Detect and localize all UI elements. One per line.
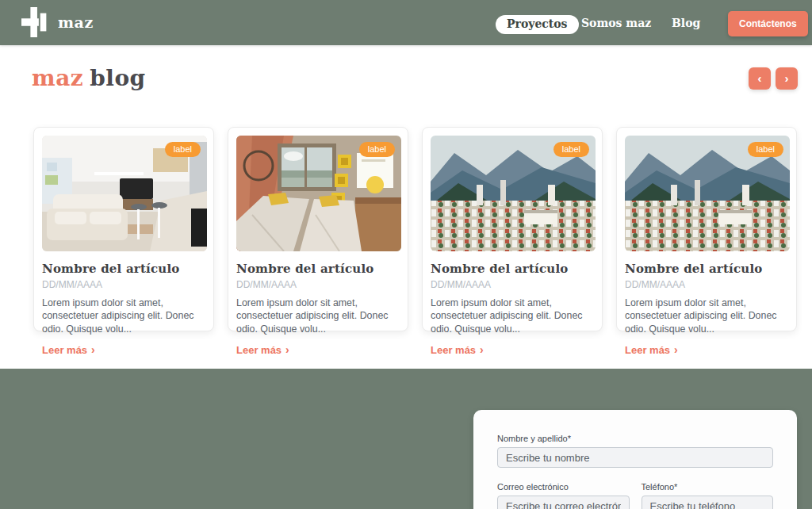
chevron-left-icon: ‹ (758, 71, 762, 85)
article-date: DD/MM/AAAA (42, 279, 205, 290)
article-title: Nombre del artículo (42, 262, 205, 276)
label-badge: label (748, 142, 783, 157)
phone-field-label: Teléfono* (642, 482, 774, 492)
chevron-right-icon: › (285, 343, 289, 356)
article-title: Nombre del artículo (625, 262, 788, 276)
blog-card[interactable]: label Nombre del artículo DD/MM/AAAA Lor… (33, 127, 214, 331)
email-field-label: Correo electrónico (497, 482, 630, 492)
read-more-link[interactable]: Leer más› (431, 343, 484, 356)
article-date: DD/MM/AAAA (236, 279, 400, 290)
city-aerial-photo: label (431, 136, 596, 251)
contact-button[interactable]: Contáctenos (728, 11, 808, 36)
article-excerpt: Lorem ipsum dolor sit amet, consectetuer… (236, 297, 400, 335)
nav-item-blog[interactable]: Blog (672, 17, 700, 29)
page-title-accent: maz (32, 65, 83, 91)
read-more-label: Leer más (236, 344, 282, 356)
maz-logo[interactable]: maz (21, 7, 94, 37)
phone-input[interactable] (642, 496, 774, 509)
read-more-label: Leer más (431, 344, 476, 356)
page-title: mazblog (32, 65, 146, 91)
chevron-right-icon: › (674, 343, 678, 356)
carousel-prev-button[interactable]: ‹ (749, 67, 771, 90)
blog-card[interactable]: label Nombre del artículo DD/MM/AAAA Lor… (616, 127, 797, 331)
chevron-right-icon: › (785, 71, 789, 85)
nav-item-proyectos[interactable]: Proyectos (496, 15, 579, 34)
article-excerpt: Lorem ipsum dolor sit amet, consectetuer… (625, 297, 788, 335)
chevron-right-icon: › (91, 343, 95, 356)
article-date: DD/MM/AAAA (431, 279, 594, 290)
contact-section: Nombre y apellido* Correo electrónico Te… (0, 369, 812, 509)
read-more-label: Leer más (42, 344, 87, 356)
blog-card[interactable]: label Nombre del artículo DD/MM/AAAA Lor… (422, 127, 603, 331)
page-title-rest: blog (90, 65, 145, 91)
bedroom-photo: label (236, 136, 401, 251)
read-more-link[interactable]: Leer más› (625, 343, 678, 356)
label-badge: label (553, 142, 589, 157)
read-more-label: Leer más (625, 344, 670, 356)
nav-item-somos-maz[interactable]: Somos maz (581, 17, 651, 29)
article-date: DD/MM/AAAA (625, 279, 788, 290)
email-input[interactable] (497, 496, 630, 509)
read-more-link[interactable]: Leer más› (42, 343, 95, 356)
label-badge: label (165, 142, 201, 157)
name-field-label: Nombre y apellido* (497, 434, 773, 443)
article-title: Nombre del artículo (236, 262, 400, 276)
maz-cross-icon (21, 7, 52, 37)
contact-form-panel: Nombre y apellido* Correo electrónico Te… (473, 410, 797, 509)
top-navigation-bar: maz Proyectos Somos maz Blog Contáctenos (0, 0, 812, 45)
living-room-photo: label (42, 136, 207, 251)
name-input[interactable] (497, 447, 773, 468)
city-aerial-photo: label (625, 136, 790, 251)
label-badge: label (359, 142, 395, 157)
article-excerpt: Lorem ipsum dolor sit amet, consectetuer… (42, 297, 205, 335)
article-excerpt: Lorem ipsum dolor sit amet, consectetuer… (431, 297, 594, 335)
article-title: Nombre del artículo (431, 262, 594, 276)
logo-text: maz (58, 13, 94, 31)
blog-card[interactable]: label Nombre del artículo DD/MM/AAAA Lor… (228, 127, 408, 331)
carousel-next-button[interactable]: › (776, 67, 798, 90)
read-more-link[interactable]: Leer más› (236, 343, 289, 356)
chevron-right-icon: › (480, 343, 484, 356)
